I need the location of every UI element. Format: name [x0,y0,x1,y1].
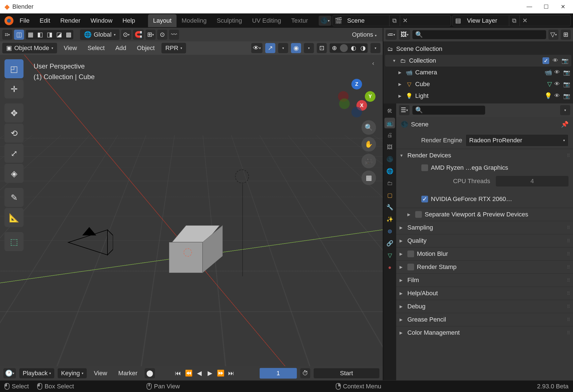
snap-to-button[interactable]: ⊞ ▾ [145,30,156,40]
menu-file[interactable]: File [16,15,33,26]
prop-tab-modifier[interactable]: 🔧 [384,202,395,212]
outliner-filter[interactable]: ▽ ▾ [548,30,558,40]
collection-enable-checkbox[interactable]: ✓ [543,57,549,64]
panel-grease[interactable]: ▶Grease Pencil⠿ [396,313,573,326]
clock-icon[interactable]: ⏱ [300,368,310,378]
outliner[interactable]: 🗂 Scene Collection ▼ 🗀 Collection ✓ 👁 📷 … [383,41,573,103]
outliner-editor-type[interactable]: ≔ ▾ [386,30,397,40]
window-close-button[interactable]: ✕ [560,3,566,10]
tool-rotate[interactable]: ⟲ [4,124,24,143]
jump-start-button[interactable]: ⏮ [173,368,183,378]
select-menu[interactable]: Select [84,43,109,53]
disclosure-triangle-icon[interactable]: ▼ [392,58,397,63]
shading-modes[interactable]: ⊕ ◐ ◑ [330,43,368,53]
play-rev-button[interactable]: ◀ [194,368,204,378]
outliner-search[interactable]: 🔍 [412,30,546,39]
properties-editor-type[interactable]: ☰ ▾ [399,105,410,115]
snap-button[interactable]: 🧲 [133,30,144,40]
window-minimize-button[interactable]: — [526,3,533,10]
outliner-display-mode[interactable]: 🖼 ▾ [399,30,410,40]
disclosure-triangle-icon[interactable]: ▶ [398,70,403,75]
outliner-item-camera[interactable]: ▶ 📹 Camera 📹 👁📷 [383,67,573,78]
tool-move[interactable]: ✥ [4,103,24,122]
camera-icon[interactable]: 📷 [563,69,570,76]
axis-z-icon[interactable]: Z [351,79,362,89]
shade-render-icon[interactable]: ◑ [358,43,368,53]
timeline-editor-type[interactable]: 🕐 ▾ [3,368,16,378]
playback-menu[interactable]: Playback ▾ [19,368,54,378]
xray-button[interactable]: ⊡ [317,43,327,53]
perspective-button[interactable]: ▦ [361,171,376,185]
viewlayer-copy-button[interactable]: ⧉ [509,15,520,26]
prop-tab-constraint[interactable]: 🔗 [384,238,395,249]
object-camera[interactable] [65,227,113,258]
gpu-device-checkbox[interactable]: ✓ [421,196,428,202]
prop-tab-collection[interactable]: 🗀 [384,178,395,188]
prop-tab-viewlayer[interactable]: 🖼 [384,142,395,152]
sidebar-toggle[interactable]: ‹ [370,60,376,77]
separate-viewport-checkbox[interactable] [415,211,422,218]
prop-tab-data[interactable]: ▽ [384,250,395,261]
overlay-button[interactable]: ◉ [291,43,301,53]
menu-edit[interactable]: Edit [36,15,54,26]
app-icon[interactable] [4,16,13,25]
proportional-button[interactable]: ⊙ [157,30,167,40]
viewport-3d[interactable]: ◰ ✛ ✥ ⟲ ⤢ ◈ ✎ 📐 ⬚ User Perspective (1) C… [0,55,383,366]
properties-options[interactable]: ▾ [560,105,570,115]
pivot-button[interactable]: ⊙ ▾ [121,30,131,40]
menu-render[interactable]: Render [56,15,84,26]
overlay-dd[interactable]: ▾ [304,43,314,53]
play-button[interactable]: ▶ [205,368,215,378]
tool-select-box-button[interactable]: ◫ [14,30,24,40]
axis-y-icon[interactable]: Y [365,91,375,102]
editor-type-button[interactable]: ⌗ ▾ [2,30,12,40]
shade-matprev-icon[interactable]: ◐ [349,43,358,53]
axis-neg-y-icon[interactable] [339,98,350,109]
zoom-button[interactable]: 🔍 [361,120,376,135]
prop-tab-physics[interactable]: ⊚ [384,226,395,237]
tool-cursor[interactable]: ✛ [4,79,24,98]
outliner-item-light[interactable]: ▶ 💡 Light 💡 👁📷 [383,90,573,102]
pan-button[interactable]: ✋ [361,137,376,152]
prop-tab-render[interactable]: 📺 [384,118,395,128]
current-frame[interactable]: 1 [260,368,297,379]
camera-icon[interactable]: 📷 [563,81,570,88]
eye-icon[interactable]: 👁 [553,57,558,64]
shading-dd[interactable]: ▾ [370,43,381,53]
keyframe-prev-button[interactable]: ⏪ [184,368,194,378]
camera-view-button[interactable]: 🎥 [361,154,376,168]
window-maximize-button[interactable]: ☐ [543,3,549,10]
panel-sampling[interactable]: ▶Sampling⠿ [396,221,573,234]
scene-name[interactable]: Scene [344,17,389,24]
render-engine-dropdown[interactable]: Radeon ProRender▾ [466,134,569,147]
cpu-device-checkbox[interactable] [421,164,428,171]
panel-separate-viewport[interactable]: ▶ Separate Viewport & Preview Devices [396,208,573,221]
tool-annotate[interactable]: ✎ [4,188,24,207]
timeline-view[interactable]: View [90,368,111,379]
scene-copy-button[interactable]: ⧉ [389,15,400,26]
start-frame-field[interactable]: Start [314,368,379,378]
tab-modeling[interactable]: Modeling [177,14,212,27]
panel-render-stamp[interactable]: ▶Render Stamp⠿ [396,260,573,273]
object-light[interactable] [235,169,249,183]
tool-scale[interactable]: ⤢ [4,144,24,163]
panel-quality[interactable]: ▶Quality⠿ [396,234,573,247]
disclosure-triangle-icon[interactable]: ▶ [398,94,403,98]
sel-mode-1[interactable]: ▦ [26,30,35,39]
outliner-new-collection[interactable]: ⊞ [561,30,571,40]
timeline-marker[interactable]: Marker [114,368,141,379]
tab-texturing[interactable]: Textur [286,14,313,27]
scene-browse-button[interactable]: 🌑 ▾ [319,16,331,26]
outliner-scene-collection[interactable]: 🗂 Scene Collection [383,43,573,55]
prop-tab-material[interactable]: ● [384,262,395,273]
panel-motion-blur[interactable]: ▶Motion Blur⠿ [396,247,573,260]
prop-tab-object[interactable]: ▢ [384,190,395,200]
panel-help[interactable]: ▶Help/About⠿ [396,287,573,300]
sel-mode-5[interactable]: ▩ [64,30,73,39]
gizmo-dd[interactable]: ▾ [278,43,288,53]
shade-solid-icon[interactable] [340,44,348,52]
panel-film[interactable]: ▶Film⠿ [396,273,573,287]
view-menu[interactable]: View [60,43,81,53]
tool-transform[interactable]: ◈ [4,164,24,183]
camera-icon[interactable]: 📷 [563,93,570,99]
